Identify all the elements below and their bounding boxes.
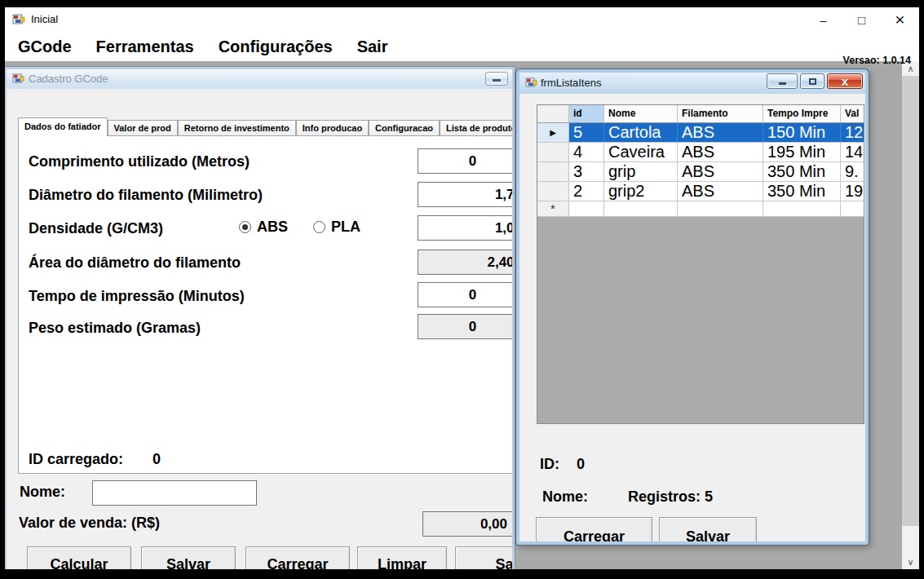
- version-label: Versao: 1.0.14: [843, 55, 911, 66]
- lista-titlebar[interactable]: frmListaItens x: [519, 73, 865, 94]
- minimize-icon[interactable]: –: [804, 7, 842, 32]
- cell-filamento[interactable]: ABS: [678, 162, 763, 181]
- table-row[interactable]: 2 grip2 ABS 350 Min 19: [537, 182, 864, 201]
- close-icon[interactable]: ×: [881, 7, 919, 32]
- menu-item-ferramentas[interactable]: Ferramentas: [96, 38, 194, 56]
- tab-strip: Dados do fatiador Valor de prod Retorno …: [18, 119, 515, 136]
- densidade-input[interactable]: [418, 215, 515, 241]
- scrollbar-thumb[interactable]: [902, 76, 919, 526]
- tab-retorno-de-investimento[interactable]: Retorno de investimento: [178, 120, 296, 136]
- window-controls: – □ ×: [804, 7, 919, 32]
- cell-nome[interactable]: Caveira: [604, 143, 678, 161]
- cell-valor[interactable]: 9.: [841, 162, 864, 181]
- cell-empty[interactable]: [604, 201, 678, 216]
- registros-label: Registros: 5: [628, 488, 713, 506]
- id-carregado-value: 0: [153, 451, 161, 468]
- lista-window-controls: x: [767, 73, 863, 89]
- id-value: 0: [577, 456, 585, 473]
- cell-id[interactable]: 4: [569, 143, 604, 161]
- calcular-button[interactable]: Calcular: [27, 546, 131, 569]
- cell-empty[interactable]: [763, 201, 841, 216]
- cell-tempo[interactable]: 150 Min: [763, 123, 841, 142]
- row-header-cell: [537, 162, 569, 181]
- winforms-app-icon: [12, 13, 25, 26]
- limpar-button[interactable]: Limpar: [357, 546, 447, 569]
- mdi-area: Cadastro GCode Dados do fatiador Valor d…: [5, 61, 919, 569]
- minimize-icon[interactable]: [767, 73, 798, 89]
- nome-input[interactable]: [92, 480, 257, 506]
- column-header-tempo[interactable]: Tempo Impre: [763, 105, 841, 122]
- cell-id[interactable]: 5: [569, 123, 604, 142]
- cell-valor[interactable]: 14: [841, 143, 864, 161]
- cell-nome[interactable]: Cartola: [604, 123, 678, 142]
- lista-itens-window: frmListaItens x id Nome Filamento: [516, 69, 869, 545]
- cell-filamento[interactable]: ABS: [678, 143, 763, 161]
- sair-button[interactable]: Sair: [455, 546, 515, 569]
- new-row[interactable]: *: [537, 201, 864, 217]
- radio-pla[interactable]: PLA: [313, 219, 360, 236]
- row-header-cell: [537, 143, 569, 161]
- table-row[interactable]: ▶ 5 Cartola ABS 150 Min 12: [537, 123, 864, 143]
- row-header-cell: [537, 182, 569, 201]
- radio-abs[interactable]: ABS: [239, 219, 288, 236]
- menu-item-gcode[interactable]: GCode: [18, 38, 72, 56]
- vertical-scrollbar[interactable]: ∧ ∨: [902, 61, 919, 569]
- tab-info-producao[interactable]: Info producao: [296, 120, 369, 136]
- winforms-app-icon: [525, 77, 537, 89]
- tempo-impressao-input[interactable]: [418, 282, 515, 307]
- column-header-filamento[interactable]: Filamento: [678, 105, 763, 122]
- diametro-input[interactable]: [418, 182, 515, 207]
- cadastro-titlebar[interactable]: Cadastro GCode: [7, 69, 512, 89]
- diametro-label: Diâmetro do filamento (Milimetro): [29, 187, 263, 204]
- grid-header-row: id Nome Filamento Tempo Impre Val: [537, 105, 864, 123]
- cell-id[interactable]: 2: [569, 182, 604, 201]
- cell-valor[interactable]: 12: [841, 123, 864, 142]
- scroll-down-icon[interactable]: ∨: [902, 555, 919, 569]
- tab-dados-do-fatiador[interactable]: Dados do fatiador: [18, 117, 108, 136]
- maximize-icon[interactable]: □: [842, 7, 881, 32]
- carregar-button[interactable]: Carregar: [245, 546, 350, 569]
- comprimento-input[interactable]: [418, 148, 515, 174]
- restore-icon[interactable]: [800, 73, 825, 89]
- close-icon[interactable]: x: [827, 73, 863, 89]
- items-datagrid[interactable]: id Nome Filamento Tempo Impre Val ▶ 5 Ca…: [537, 104, 864, 424]
- tab-valor-de-prod[interactable]: Valor de prod: [108, 120, 178, 136]
- cell-nome[interactable]: grip: [604, 162, 678, 181]
- window-title: Inicial: [31, 7, 58, 32]
- menu-item-sair[interactable]: Sair: [357, 38, 388, 56]
- lista-window-title: frmListaItens: [541, 73, 601, 93]
- cell-tempo[interactable]: 195 Min: [763, 143, 841, 161]
- cell-tempo[interactable]: 350 Min: [763, 182, 841, 201]
- screenshot-root: Inicial – □ × GCode Ferramentas Configur…: [0, 0, 924, 579]
- tab-configuracao[interactable]: Configuracao: [369, 120, 440, 136]
- cell-empty[interactable]: [841, 201, 864, 216]
- cell-id[interactable]: 3: [569, 162, 604, 181]
- radio-selected-icon: [239, 221, 251, 233]
- valor-venda-label: Valor de venda: (R$): [19, 515, 160, 532]
- table-row[interactable]: 3 grip ABS 350 Min 9.: [537, 162, 864, 182]
- column-header-nome[interactable]: Nome: [604, 105, 678, 122]
- menu-item-configuracoes[interactable]: Configurações: [219, 38, 333, 56]
- cell-valor[interactable]: 19: [841, 182, 864, 201]
- area-diametro-label: Área do diâmetro do filamento: [29, 254, 241, 272]
- cell-filamento[interactable]: ABS: [678, 123, 763, 142]
- id-carregado-label: ID carregado:: [29, 451, 123, 468]
- salvar-button[interactable]: Salvar: [659, 517, 757, 545]
- cell-tempo[interactable]: 350 Min: [763, 162, 841, 181]
- salvar-button[interactable]: Salvar: [141, 546, 236, 569]
- column-header-id[interactable]: id: [569, 105, 604, 122]
- cadastro-window-title: Cadastro GCode: [29, 69, 108, 89]
- cell-empty[interactable]: [569, 201, 604, 216]
- densidade-label: Densidade (G/CM3): [29, 220, 163, 237]
- table-row[interactable]: 4 Caveira ABS 195 Min 14: [537, 143, 864, 162]
- carregar-button[interactable]: Carregar: [536, 517, 652, 545]
- cell-filamento[interactable]: ABS: [678, 182, 763, 201]
- menu-bar: GCode Ferramentas Configurações Sair: [5, 32, 919, 61]
- cell-nome[interactable]: grip2: [604, 182, 678, 201]
- column-header-valor[interactable]: Val: [841, 105, 864, 122]
- radio-unselected-icon: [313, 221, 325, 233]
- cell-empty[interactable]: [678, 201, 763, 216]
- tab-lista-de-produtos[interactable]: Lista de produtos: [440, 120, 515, 136]
- minimize-icon[interactable]: [485, 72, 508, 86]
- current-row-arrow-icon: ▶: [537, 123, 569, 142]
